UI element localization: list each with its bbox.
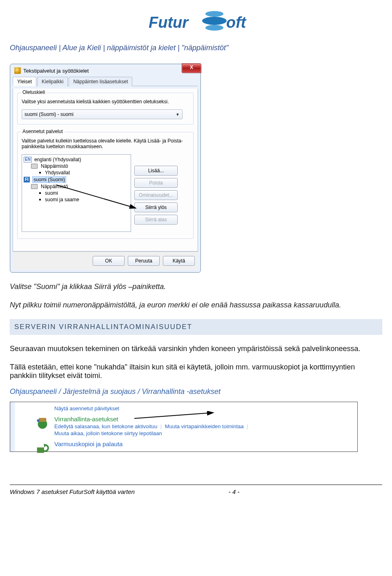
- ok-button[interactable]: OK: [93, 256, 125, 266]
- cp-power-sub2[interactable]: Muuta virtapainikkeiden toimintaa: [165, 423, 244, 429]
- bullet-icon: [39, 199, 41, 200]
- bullet-icon: [39, 172, 41, 173]
- cp-power-sub1[interactable]: Edellytä salasanaa, kun tietokone aktivo…: [54, 423, 157, 429]
- breadcrumb-path: Ohjauspaneeli | Alue ja Kieli | näppäimi…: [10, 44, 382, 52]
- instruction-para-4: Tällä estetään, ettei kone "nukahda" ilt…: [10, 363, 382, 380]
- lang-fi-label[interactable]: suomi (Suomi): [32, 176, 66, 183]
- footer-rule: [10, 485, 382, 485]
- svg-point-2: [205, 25, 223, 31]
- dialog-titlebar: Tekstipalvelut ja syöttökielet: [13, 67, 198, 76]
- backup-icon: [35, 440, 50, 456]
- group-default-desc: Valitse yksi asennetuista kielistä kaikk…: [22, 99, 189, 105]
- move-up-button[interactable]: Siirrä ylös: [134, 202, 178, 212]
- kb-item-fi-suomi: suomi: [24, 190, 129, 196]
- bullet-icon: [39, 192, 41, 194]
- kb-item-en-us: Yhdysvallat: [24, 169, 129, 176]
- instruction-para-2: Nyt pilkku toimii numeronäppäimistöltä, …: [10, 301, 382, 309]
- footer-page-number: - 4 -: [229, 488, 240, 495]
- tab-advkeys[interactable]: Näppäinten lisäasetukset: [69, 77, 132, 86]
- kb-label: Näppäimistö: [41, 184, 68, 189]
- footer-left: Windows 7 asetukset FuturSoft käyttöä va…: [10, 488, 135, 495]
- kb-item-fi-saame: suomi ja saame: [24, 196, 129, 203]
- close-button[interactable]: X: [182, 63, 201, 73]
- dialog-button-row: OK Peruuta Käytä: [13, 251, 198, 270]
- add-button[interactable]: Lisää...: [134, 166, 178, 176]
- group-default-language: Oletuskieli Valitse yksi asennetuista ki…: [17, 93, 194, 125]
- kb-node-fi: Näppäimistö: [24, 183, 129, 190]
- section-heading-server-power: SERVERIN VIRRANHALLINTAOMINAISUUDET: [10, 319, 382, 335]
- svg-rect-5: [39, 418, 47, 422]
- control-panel-snippet: Näytä asennetut päivitykset Virranhallin…: [10, 402, 358, 452]
- move-down-button[interactable]: Siirrä alas: [134, 215, 178, 225]
- cancel-button[interactable]: Peruuta: [128, 256, 160, 266]
- cp-backup-title[interactable]: Varmuuskopioi ja palauta: [54, 440, 122, 447]
- globe-icon: [202, 11, 227, 31]
- lang-code-fi: FI: [24, 177, 30, 182]
- logo-text-right: oft: [226, 14, 247, 31]
- group-services-desc: Valitse palvelut kullekin luettelossa ol…: [22, 138, 189, 149]
- separator: |: [247, 423, 248, 429]
- apply-button[interactable]: Käytä: [163, 256, 195, 266]
- cp-power-sub3[interactable]: Muuta aikaa, jolloin tietokone siirtyy l…: [54, 430, 162, 436]
- text-services-dialog: X Tekstipalvelut ja syöttökielet Yleiset…: [10, 64, 201, 273]
- remove-button[interactable]: Poista: [134, 178, 178, 188]
- kb-node-en: Näppäimistö: [24, 163, 129, 169]
- control-panel-path: Ohjauspaneeli / Järjestelmä ja suojaus /…: [10, 387, 382, 396]
- lang-code-en: EN: [24, 157, 32, 162]
- keyboard-icon: [31, 184, 38, 189]
- group-services-title: Asennetut palvelut: [21, 129, 65, 134]
- tab-panel: Oletuskieli Valitse yksi asennetuista ki…: [13, 89, 198, 251]
- properties-button[interactable]: Ominaisuudet...: [134, 190, 178, 200]
- logo-text-left: Futur: [149, 14, 189, 31]
- dialog-title: Tekstipalvelut ja syöttökielet: [23, 68, 89, 74]
- svg-point-1: [205, 11, 223, 17]
- combo-value: suomi (Suomi) - suomi: [24, 111, 74, 117]
- tab-general[interactable]: Yleiset: [13, 77, 36, 86]
- svg-point-0: [202, 17, 227, 25]
- cp-link-updates[interactable]: Näytä asennetut päivitykset: [54, 405, 119, 411]
- group-default-title: Oletuskieli: [21, 89, 47, 95]
- dialog-icon: [14, 67, 21, 74]
- page-footer: Windows 7 asetukset FuturSoft käyttöä va…: [10, 488, 382, 495]
- futursoft-logo: Futur oft: [10, 0, 382, 40]
- default-language-combo[interactable]: suomi (Suomi) - suomi ▼: [22, 109, 183, 119]
- chevron-down-icon: ▼: [176, 112, 180, 117]
- cp-power-title[interactable]: Virranhallinta-asetukset: [54, 416, 118, 423]
- tab-strip: Yleiset Kielipalkki Näppäinten lisäasetu…: [13, 76, 198, 86]
- instruction-para-3: Seuraavan muutoksen tekeminen on tärkeää…: [10, 345, 382, 353]
- instruction-para-1: Valitse "Suomi" ja klikkaa Siirrä ylös –…: [10, 282, 382, 291]
- services-listbox[interactable]: EN englanti (Yhdysvallat) Näppäimistö Yh…: [22, 154, 131, 232]
- lang-en-label: englanti (Yhdysvallat): [34, 157, 81, 162]
- separator: |: [160, 423, 162, 429]
- tab-langbar[interactable]: Kielipalkki: [37, 77, 68, 86]
- keyboard-icon: [31, 164, 38, 169]
- lang-fi-row: FI suomi (Suomi): [24, 176, 129, 183]
- lang-en-row: EN englanti (Yhdysvallat): [24, 156, 129, 163]
- kb-label: Näppäimistö: [41, 163, 68, 169]
- svg-rect-6: [37, 420, 40, 422]
- svg-rect-7: [37, 447, 44, 453]
- group-installed-services: Asennetut palvelut Valitse palvelut kull…: [17, 132, 194, 239]
